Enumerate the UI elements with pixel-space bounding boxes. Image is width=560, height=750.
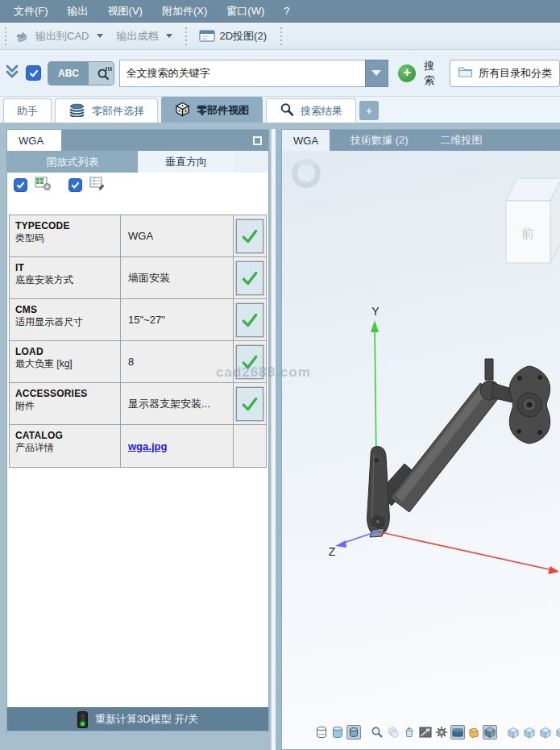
abc-mode-button[interactable]: ABC [48, 62, 89, 85]
svg-text:Y: Y [371, 305, 380, 318]
table-edit-icon[interactable] [89, 176, 106, 194]
parameter-table: TYPECODE类型码WGAIT底座安装方式墙面安装CMS适用显示器尺寸15"~… [9, 215, 267, 468]
view-preset-icon[interactable] [522, 725, 537, 740]
export-to-cad-button[interactable]: 输出到CAD [10, 27, 93, 46]
export-cad-dropdown-icon[interactable] [97, 34, 103, 38]
parameter-name-cell: LOAD最大负重 [kg] [10, 341, 121, 382]
search-history-dropdown-button[interactable] [365, 60, 388, 87]
projection-2d-button[interactable]: 2D投图(2) [194, 27, 272, 46]
parameter-check-cell [234, 215, 266, 256]
parameter-value-cell[interactable]: WGA [121, 215, 234, 256]
zoom-icon[interactable] [370, 725, 384, 740]
view-preset-icon[interactable] [554, 725, 560, 740]
toolbar: 输出到CAD 输出成档 2D投图(2) [0, 23, 560, 50]
monitor-arm-model [367, 359, 550, 537]
parameter-value-cell[interactable]: 15"~27" [121, 299, 234, 340]
right-panel-tab[interactable]: WGA [282, 130, 330, 151]
table-settings-icon[interactable] [35, 176, 52, 194]
menu-item[interactable]: 输出 [59, 1, 97, 22]
view-preset-icon[interactable] [506, 725, 521, 740]
main-tab-label: + [366, 105, 372, 117]
render-shaded-edges-icon[interactable] [346, 725, 361, 740]
render-shaded-icon[interactable] [330, 725, 345, 740]
menu-item[interactable]: ? [275, 2, 298, 20]
green-check-icon[interactable] [236, 303, 263, 337]
right-panel-tab[interactable]: 二维投图 [429, 130, 494, 151]
parameter-value-cell[interactable]: wga.jpg [121, 425, 234, 467]
catalog-link[interactable]: wga.jpg [128, 440, 167, 452]
parameter-value-cell[interactable]: 墙面安装 [121, 257, 234, 298]
deep-search-icon[interactable] [89, 62, 114, 85]
right-panel-tabs: WGA技術數據 (2)二维投图 [282, 130, 560, 151]
toolbar-gripper-3[interactable] [280, 27, 284, 45]
export-doc-dropdown-icon[interactable] [166, 34, 172, 38]
collapse-chevrons-icon[interactable] [5, 64, 19, 82]
table-row: CMS适用显示器尺寸15"~27" [10, 299, 266, 341]
main-tab-label: 零部件视图 [197, 103, 249, 118]
toolbar-gripper[interactable] [3, 27, 7, 45]
search-scope-selector[interactable]: 所有目录和分类 [450, 60, 560, 87]
left-panel-subtab[interactable]: 開放式列表 [7, 151, 138, 173]
parameter-name-cell: CMS适用显示器尺寸 [10, 299, 121, 340]
menu-item[interactable]: 附加件(X) [153, 1, 216, 22]
green-check-icon[interactable] [236, 219, 263, 253]
parameter-value-cell[interactable]: 显示器支架安装... [121, 383, 234, 424]
ghost-icon[interactable] [386, 725, 400, 740]
main-tab[interactable]: 助手 [3, 98, 52, 123]
panel-splitter-handle[interactable] [276, 129, 281, 750]
toolbar-gripper-2[interactable] [184, 27, 188, 45]
export-cad-icon [15, 29, 31, 44]
table-option-checkbox-2[interactable] [68, 178, 82, 192]
right-panel-tab[interactable]: 技術數據 (2) [339, 130, 420, 151]
main-tab[interactable]: 搜索结果 [266, 98, 356, 123]
view-preset-icon[interactable] [538, 725, 553, 740]
add-search-term-button[interactable]: + [398, 65, 416, 82]
parameter-value-cell[interactable]: 8 [121, 341, 234, 382]
folder-icon [458, 65, 473, 81]
table-row: IT底座安装方式墙面安装 [10, 257, 266, 299]
material-icon[interactable] [402, 725, 417, 740]
render-wireframe-icon[interactable] [314, 725, 329, 740]
green-check-icon[interactable] [236, 261, 263, 295]
parameter-check-cell [234, 299, 266, 340]
add-tab-button[interactable]: + [359, 101, 379, 120]
part-view-left-panel: WGA 開放式列表垂直方向 [6, 129, 269, 731]
search-input[interactable] [119, 60, 365, 87]
parameter-check-cell [234, 425, 266, 467]
fulltext-search-checkbox[interactable] [26, 65, 41, 81]
green-check-icon[interactable] [236, 387, 263, 421]
parameter-check-cell [234, 383, 266, 424]
table-option-checkbox-1[interactable] [14, 178, 27, 192]
search-scope-label: 所有目录和分类 [479, 66, 552, 81]
left-panel-header-bar [61, 130, 268, 151]
cube-dark-icon[interactable] [483, 725, 497, 740]
search-mode-toggle[interactable]: ABC [48, 61, 114, 85]
search-label: 搜索 [424, 59, 443, 88]
main-tab-label: 搜索结果 [301, 104, 342, 119]
green-check-icon[interactable] [236, 345, 263, 379]
left-panel-subtab[interactable]: 垂直方向 [138, 151, 234, 173]
recalculate-3d-button[interactable]: 重新计算3D模型 开/关 [7, 707, 268, 731]
projection-2d-label: 2D投图(2) [219, 29, 267, 44]
table-row: TYPECODE类型码WGA [10, 215, 266, 257]
projection-2d-icon [199, 29, 215, 44]
table-row: LOAD最大负重 [kg]8 [10, 341, 266, 383]
parameter-check-cell [234, 257, 266, 298]
main-tab[interactable]: 零部件选择 [55, 98, 158, 123]
viewport-3d[interactable]: 前 Y [282, 151, 560, 749]
maximize-icon[interactable] [253, 136, 262, 145]
clip-icon[interactable] [418, 725, 433, 740]
settings-gear-icon[interactable] [434, 725, 449, 740]
export-doc-button[interactable]: 输出成档 [111, 27, 163, 46]
left-panel-title: WGA [19, 135, 44, 147]
main-tab[interactable]: 零部件视图 [161, 97, 263, 123]
left-panel-header: WGA [7, 130, 268, 151]
box-orange-icon[interactable] [467, 725, 481, 740]
main-tab-label: 助手 [17, 104, 38, 119]
menu-item[interactable]: 窗口(W) [218, 1, 273, 22]
left-panel-title-tab[interactable]: WGA [7, 130, 61, 151]
box-dark-icon[interactable] [450, 725, 465, 740]
menu-item[interactable]: 视图(V) [99, 1, 151, 22]
menu-item[interactable]: 文件(F) [5, 1, 57, 22]
export-cad-label: 输出到CAD [35, 29, 89, 44]
